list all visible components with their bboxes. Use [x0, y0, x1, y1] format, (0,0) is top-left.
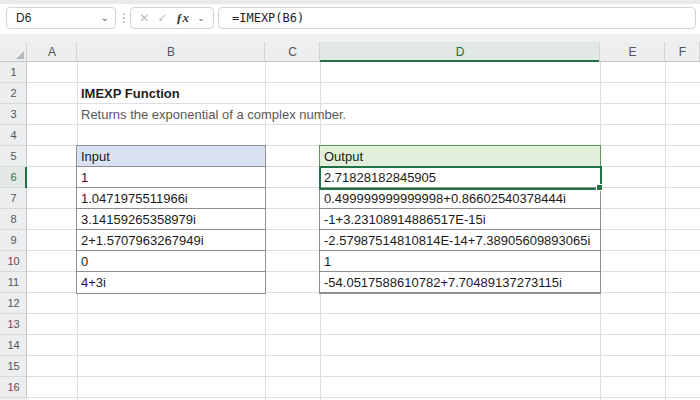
name-box[interactable]: D6 ⌄	[6, 7, 116, 29]
fill-handle[interactable]	[596, 184, 603, 191]
input-cell-b6[interactable]: 1	[77, 167, 265, 188]
output-table: Output 2.71828182845905 0.49999999999999…	[319, 145, 601, 294]
row-header-9[interactable]: 9	[0, 230, 27, 251]
column-header-a[interactable]: A	[27, 42, 77, 62]
name-box-value: D6	[16, 11, 31, 25]
formula-input[interactable]: =IMEXP(B6)	[218, 7, 696, 29]
row-header-5[interactable]: 5	[0, 146, 27, 167]
name-box-chevron-icon[interactable]: ⌄	[101, 8, 109, 28]
output-table-header[interactable]: Output	[320, 146, 600, 167]
insert-function-fx-icon[interactable]: ƒx	[176, 10, 189, 26]
row-header-1[interactable]: 1	[0, 62, 27, 83]
output-cell-d8[interactable]: -1+3.23108914886517E-15i	[320, 209, 600, 230]
output-cell-d10[interactable]: 1	[320, 251, 600, 272]
column-header-e[interactable]: E	[600, 42, 665, 62]
row-header-11[interactable]: 11	[0, 272, 27, 293]
column-header-d-active[interactable]: D	[320, 42, 600, 62]
row-header-6-active[interactable]: 6	[0, 167, 27, 188]
input-cell-b9[interactable]: 2+1.5707963267949i	[77, 230, 265, 251]
row-header-15[interactable]: 15	[0, 356, 27, 377]
more-options-icon[interactable]: ⋮	[118, 7, 130, 29]
check-icon[interactable]: ✓	[158, 11, 168, 25]
input-cell-b8[interactable]: 3.14159265358979i	[77, 209, 265, 230]
output-cell-d11[interactable]: -54.0517588610782+7.70489137273115i	[320, 272, 600, 293]
input-cell-b7[interactable]: 1.0471975511966i	[77, 188, 265, 209]
row-header-14[interactable]: 14	[0, 335, 27, 356]
sheet-subtitle: Returns the exponential of a complex num…	[81, 104, 346, 125]
row-header-4[interactable]: 4	[0, 125, 27, 146]
row-header-7[interactable]: 7	[0, 188, 27, 209]
input-cell-b10[interactable]: 0	[77, 251, 265, 272]
sheet-grid[interactable]: IMEXP Function Returns the exponential o…	[27, 62, 700, 400]
row-header-3[interactable]: 3	[0, 104, 27, 125]
row-header-13[interactable]: 13	[0, 314, 27, 335]
input-cell-b11[interactable]: 4+3i	[77, 272, 265, 293]
formula-bar: D6 ⌄ ⋮ ✕ ✓ ƒx ⌄ =IMEXP(B6)	[0, 4, 700, 34]
row-header-2[interactable]: 2	[0, 83, 27, 104]
fx-chevron-down-icon[interactable]: ⌄	[197, 13, 205, 23]
sheet-title: IMEXP Function	[81, 83, 180, 104]
column-header-f[interactable]: F	[665, 42, 700, 62]
column-header-row: A B C D E F	[0, 42, 700, 62]
toolbar-spacer	[0, 34, 700, 42]
row-header-16[interactable]: 16	[0, 377, 27, 398]
formula-button-group: ✕ ✓ ƒx ⌄	[130, 7, 214, 29]
row-header-12[interactable]: 12	[0, 293, 27, 314]
output-cell-d9[interactable]: -2.57987514810814E-14+7.38905609893065i	[320, 230, 600, 251]
row-header-10[interactable]: 10	[0, 251, 27, 272]
input-table-header[interactable]: Input	[77, 146, 265, 167]
input-table: Input 1 1.0471975511966i 3.1415926535897…	[76, 145, 266, 294]
gridline-col-f	[665, 62, 666, 400]
select-all-button[interactable]	[0, 42, 27, 62]
output-cell-d7[interactable]: 0.499999999999998+0.86602540378444i	[320, 188, 600, 209]
cancel-icon[interactable]: ✕	[139, 11, 149, 25]
column-header-b[interactable]: B	[77, 42, 265, 62]
select-all-triangle-icon	[16, 51, 24, 59]
row-header-8[interactable]: 8	[0, 209, 27, 230]
column-header-c[interactable]: C	[265, 42, 320, 62]
row-header-column: 1 2 3 4 5 6 7 8 9 10 11 12 13 14 15 16	[0, 62, 27, 400]
output-cell-d6-active[interactable]: 2.71828182845905	[320, 167, 600, 188]
